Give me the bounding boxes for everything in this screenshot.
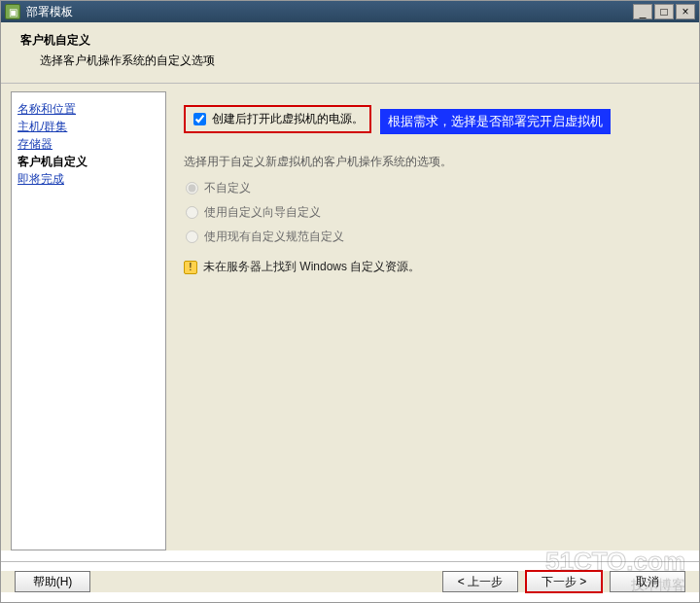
warning-row: ! 未在服务器上找到 Windows 自定义资源。 (184, 259, 682, 275)
maximize-button[interactable]: □ (654, 4, 674, 19)
customize-radio-group: 不自定义 使用自定义向导自定义 使用现有自定义规范自定义 (184, 180, 682, 245)
page-title: 客户机自定义 (20, 32, 680, 49)
radio-wizard-customize-label: 使用自定义向导自定义 (204, 204, 321, 221)
radio-no-customize-input[interactable] (186, 182, 198, 195)
sidebar-item-storage[interactable]: 存储器 (18, 135, 159, 153)
cancel-button[interactable]: 取消 (610, 571, 685, 592)
radio-existing-spec-input[interactable] (186, 231, 198, 243)
help-button[interactable]: 帮助(H) (15, 571, 90, 592)
power-on-checkbox-label: 创建后打开此虚拟机的电源。 (212, 111, 364, 127)
warning-icon: ! (184, 261, 197, 274)
sidebar-item-ready-complete[interactable]: 即将完成 (18, 170, 159, 188)
wizard-steps-sidebar: 名称和位置 主机/群集 存储器 客户机自定义 即将完成 (11, 91, 166, 550)
annotation-callout: 根据需求，选择是否部署完开启虚拟机 (380, 109, 611, 134)
radio-existing-spec-label: 使用现有自定义规范自定义 (204, 229, 344, 245)
main-panel: 创建后打开此虚拟机的电源。 根据需求，选择是否部署完开启虚拟机 选择用于自定义新… (166, 91, 699, 550)
sidebar-item-host-cluster[interactable]: 主机/群集 (18, 118, 159, 135)
radio-wizard-customize-input[interactable] (186, 206, 198, 219)
sidebar-item-guest-customization: 客户机自定义 (18, 153, 159, 170)
radio-existing-spec[interactable]: 使用现有自定义规范自定义 (184, 229, 682, 245)
power-on-checkbox[interactable] (193, 113, 206, 125)
radio-wizard-customize[interactable]: 使用自定义向导自定义 (184, 204, 682, 221)
page-subtitle: 选择客户机操作系统的自定义选项 (40, 53, 680, 69)
section-description: 选择用于自定义新虚拟机的客户机操作系统的选项。 (184, 154, 682, 170)
minimize-button[interactable]: _ (633, 4, 652, 19)
power-on-checkbox-row: 创建后打开此虚拟机的电源。 (184, 105, 371, 133)
wizard-footer: 帮助(H) < 上一步 下一步 > 取消 (1, 571, 699, 592)
close-button[interactable]: × (676, 4, 695, 19)
next-button[interactable]: 下一步 > (526, 571, 602, 592)
wizard-header: 客户机自定义 选择客户机操作系统的自定义选项 (1, 22, 699, 84)
back-button[interactable]: < 上一步 (442, 571, 518, 592)
window-title: 部署模板 (26, 4, 73, 20)
titlebar: ▣ 部署模板 _ □ × (1, 1, 699, 22)
radio-no-customize-label: 不自定义 (204, 180, 251, 196)
app-icon: ▣ (5, 4, 20, 19)
warning-text: 未在服务器上找到 Windows 自定义资源。 (203, 259, 420, 275)
radio-no-customize[interactable]: 不自定义 (184, 180, 682, 196)
sidebar-item-name-location[interactable]: 名称和位置 (18, 100, 159, 118)
